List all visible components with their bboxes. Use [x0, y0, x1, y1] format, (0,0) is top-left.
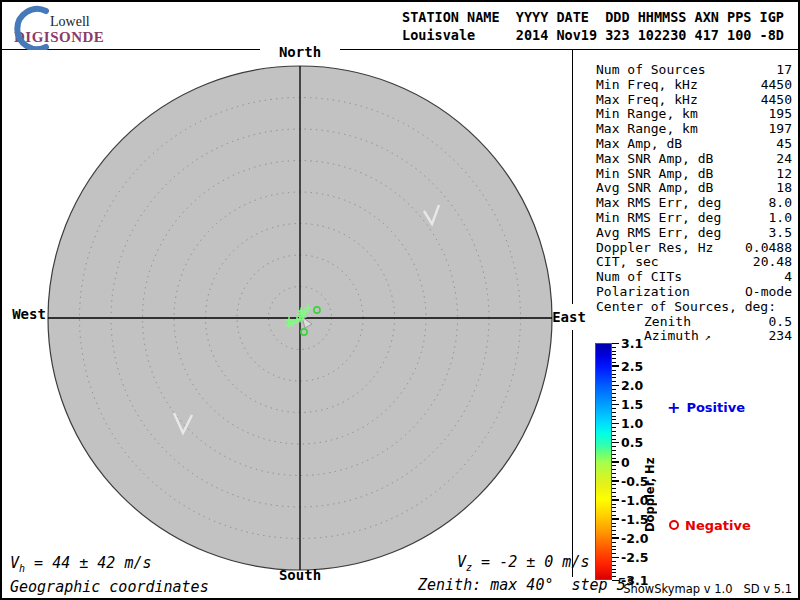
- colorbar-major-tick: [612, 343, 619, 345]
- colorbar-minor-tick: [612, 370, 616, 371]
- stat-value: 8.0: [769, 196, 792, 211]
- header-values-row: Louisvale 2014 Nov19 323 102230 417 100 …: [402, 27, 784, 43]
- colorbar-minor-tick: [612, 507, 616, 508]
- vz-symbol: V: [457, 553, 466, 571]
- stat-label: Max Amp, dB: [596, 137, 682, 152]
- colorbar-major-tick: [612, 557, 619, 559]
- stat-row: Min Freq, kHz4450: [596, 78, 792, 93]
- stat-label: Num of Sources: [596, 63, 706, 78]
- stat-label: Center of Sources, deg:: [596, 300, 776, 315]
- doppler-colorbar: [595, 343, 612, 580]
- colorbar-minor-tick: [612, 354, 616, 355]
- colorbar-major-tick: [612, 404, 619, 406]
- colorbar-major-tick: [612, 365, 619, 367]
- colorbar-minor-tick: [612, 397, 616, 398]
- colorbar-minor-tick: [612, 534, 616, 535]
- stat-label: Polarization: [596, 285, 690, 300]
- colorbar-tick-label: 2.5: [621, 359, 643, 374]
- stat-value: 18: [776, 181, 792, 196]
- colorbar-minor-tick: [612, 381, 616, 382]
- colorbar-major-tick: [612, 385, 619, 387]
- vh-value: = 44 ± 42 m/s: [25, 554, 151, 572]
- stat-row: Max RMS Err, deg8.0: [596, 196, 792, 211]
- stat-row: Avg RMS Err, deg3.5: [596, 226, 792, 241]
- stat-row: Max Amp, dB45: [596, 137, 792, 152]
- azimuth-arrow-icon: ↗: [699, 331, 711, 342]
- colorbar-minor-tick: [612, 351, 616, 352]
- colorbar-minor-tick: [612, 496, 616, 497]
- colorbar-minor-tick: [612, 576, 616, 577]
- colorbar-minor-tick: [612, 488, 616, 489]
- colorbar-minor-tick: [612, 439, 616, 440]
- colorbar-minor-tick: [612, 565, 616, 566]
- stat-value: 4: [784, 270, 792, 285]
- stat-value: 3.5: [769, 226, 792, 241]
- stat-label: Num of CITs: [596, 270, 682, 285]
- colorbar-minor-tick: [612, 465, 616, 466]
- doppler-axis-title: Doppler, Hz: [643, 450, 659, 540]
- colorbar-minor-tick: [612, 362, 616, 363]
- stat-value: 17: [776, 63, 792, 78]
- colorbar-major-tick: [612, 580, 619, 582]
- legend-negative: Negative: [669, 518, 751, 533]
- colorbar-minor-tick: [612, 511, 616, 512]
- colorbar-minor-tick: [612, 515, 616, 516]
- colorbar-minor-tick: [612, 416, 616, 417]
- stat-row: Min RMS Err, deg1.0: [596, 211, 792, 226]
- stat-value: 195: [769, 107, 792, 122]
- colorbar-minor-tick: [612, 549, 616, 550]
- stat-label: Doppler Res, Hz: [596, 241, 713, 256]
- stat-value: 45: [776, 137, 792, 152]
- colorbar-minor-tick: [612, 377, 616, 378]
- colorbar-major-tick: [612, 480, 619, 482]
- vz-value: = -2 ± 0 m/s: [472, 553, 589, 571]
- colorbar-minor-tick: [612, 542, 616, 543]
- stat-label: Zenith: [596, 315, 691, 330]
- colorbar-minor-tick: [612, 347, 616, 348]
- stat-row: PolarizationO-mode: [596, 285, 792, 300]
- stat-value: 12: [776, 167, 792, 182]
- stat-label: Min SNR Amp, dB: [596, 167, 713, 182]
- stat-label: CIT, sec: [596, 255, 659, 270]
- colorbar-minor-tick: [612, 530, 616, 531]
- panel-divider-lower: [572, 330, 573, 577]
- colorbar-minor-tick: [612, 569, 616, 570]
- colorbar-minor-tick: [612, 526, 616, 527]
- colorbar-minor-tick: [612, 504, 616, 505]
- colorbar-minor-tick: [612, 469, 616, 470]
- colorbar-minor-tick: [612, 561, 616, 562]
- colorbar-minor-tick: [612, 484, 616, 485]
- legend-negative-label: Negative: [685, 518, 751, 533]
- colorbar-major-tick: [612, 518, 619, 520]
- colorbar-major-tick: [612, 537, 619, 539]
- colorbar-minor-tick: [612, 358, 616, 359]
- stat-row: Avg SNR Amp, dB18: [596, 181, 792, 196]
- stat-label: Max Freq, kHz: [596, 93, 698, 108]
- stat-row: CIT, sec20.48: [596, 255, 792, 270]
- colorbar-minor-tick: [612, 553, 616, 554]
- stat-value: 4450: [761, 78, 792, 93]
- measurement-stats-panel: Num of Sources17Min Freq, kHz4450Max Fre…: [596, 63, 792, 345]
- colorbar-minor-tick: [612, 477, 616, 478]
- stat-row: Num of CITs4: [596, 270, 792, 285]
- colorbar-minor-tick: [612, 431, 616, 432]
- stat-value: 234: [769, 329, 792, 345]
- vertical-velocity-readout: Vz = -2 ± 0 m/s: [457, 553, 589, 573]
- colorbar-minor-tick: [612, 546, 616, 547]
- compass-label-east: East: [548, 309, 590, 325]
- colorbar-tick-label: 0.5: [621, 435, 643, 450]
- colorbar-tick-label: -2.5: [621, 550, 648, 565]
- stat-label: Min Freq, kHz: [596, 78, 698, 93]
- coordinates-mode-label: Geographic coordinates: [10, 578, 209, 596]
- colorbar-tick-label: -3.1: [621, 573, 648, 588]
- compass-label-north: North: [260, 44, 340, 60]
- colorbar-tick-label: 1.5: [621, 397, 643, 412]
- colorbar-minor-tick: [612, 458, 616, 459]
- stat-value: 1.0: [769, 211, 792, 226]
- horizontal-velocity-readout: Vh = 44 ± 42 m/s: [10, 554, 152, 574]
- stat-row: Max Freq, kHz4450: [596, 93, 792, 108]
- stat-value: 0.5: [769, 315, 792, 330]
- colorbar-tick-label: 3.1: [621, 336, 643, 351]
- colorbar-minor-tick: [612, 400, 616, 401]
- colorbar-minor-tick: [612, 427, 616, 428]
